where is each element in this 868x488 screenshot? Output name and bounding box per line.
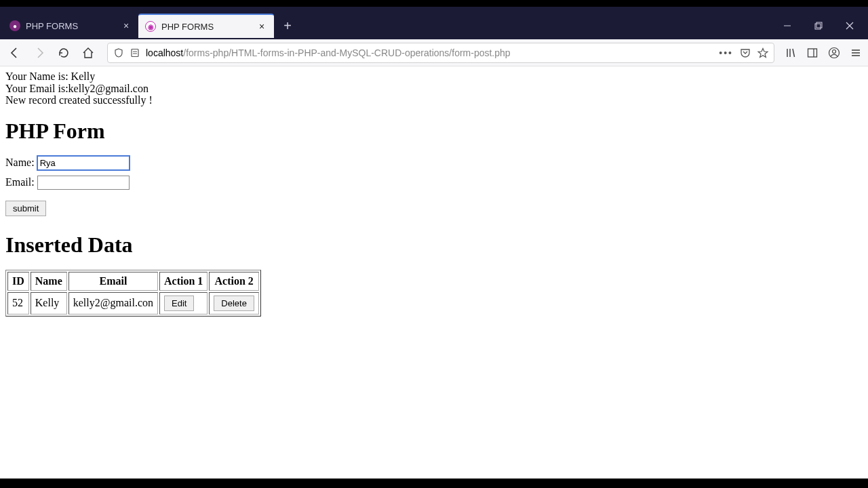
account-icon[interactable] bbox=[827, 46, 841, 60]
table-header-row: ID Name Email Action 1 Action 2 bbox=[7, 272, 259, 291]
name-input[interactable] bbox=[37, 156, 130, 170]
col-email: Email bbox=[68, 272, 158, 291]
status-email-line: Your Email is:kelly2@gmail.con bbox=[5, 83, 863, 95]
cell-action2: Delete bbox=[209, 292, 259, 314]
delete-button[interactable]: Delete bbox=[214, 296, 254, 311]
svg-rect-1 bbox=[815, 24, 821, 29]
email-input[interactable] bbox=[37, 176, 130, 190]
close-window-button[interactable] bbox=[834, 12, 865, 39]
table-row: 52 Kelly kelly2@gmail.con Edit Delete bbox=[7, 292, 259, 314]
back-button[interactable] bbox=[5, 43, 24, 62]
col-name: Name bbox=[31, 272, 67, 291]
address-bar[interactable]: localhost/forms-php/HTML-forms-in-PHP-an… bbox=[107, 43, 774, 63]
pocket-icon[interactable] bbox=[740, 47, 751, 58]
tab-php-forms-1[interactable]: ● PHP FORMS × bbox=[3, 14, 138, 38]
favicon-icon: ◉ bbox=[145, 21, 156, 32]
col-action1: Action 1 bbox=[159, 272, 208, 291]
status-name-line: Your Name is: Kelly bbox=[5, 70, 863, 83]
reload-button[interactable] bbox=[54, 43, 73, 62]
letterbox-bottom bbox=[0, 479, 868, 488]
col-id: ID bbox=[7, 272, 29, 291]
shield-icon bbox=[113, 47, 124, 58]
email-field-row: Email: bbox=[5, 176, 863, 190]
svg-rect-5 bbox=[132, 49, 138, 56]
browser-window: ● PHP FORMS × ◉ PHP FORMS × + bbox=[0, 7, 868, 479]
page-info-icon bbox=[130, 47, 140, 58]
submit-button[interactable]: submit bbox=[5, 201, 46, 216]
svg-line-10 bbox=[793, 49, 795, 57]
menu-icon[interactable] bbox=[849, 46, 863, 60]
inserted-data-table: ID Name Email Action 1 Action 2 52 Kelly… bbox=[5, 270, 261, 317]
table-heading: Inserted Data bbox=[5, 232, 863, 258]
svg-point-14 bbox=[833, 49, 836, 53]
tab-strip: ● PHP FORMS × ◉ PHP FORMS × + bbox=[0, 7, 868, 39]
cell-email: kelly2@gmail.con bbox=[68, 292, 158, 314]
tab-php-forms-2[interactable]: ◉ PHP FORMS × bbox=[138, 14, 274, 38]
cell-action1: Edit bbox=[159, 292, 208, 314]
close-icon[interactable]: × bbox=[121, 20, 132, 31]
library-icon[interactable] bbox=[784, 46, 797, 60]
tab-title: PHP FORMS bbox=[26, 21, 78, 31]
cell-name: Kelly bbox=[31, 292, 67, 314]
bookmark-star-icon[interactable] bbox=[757, 47, 768, 58]
forward-button[interactable] bbox=[30, 43, 49, 62]
name-label: Name: bbox=[5, 157, 37, 168]
maximize-button[interactable] bbox=[803, 12, 834, 39]
status-success-line: New record created successfully ! bbox=[5, 94, 863, 106]
tab-title: PHP FORMS bbox=[161, 22, 214, 32]
new-tab-button[interactable]: + bbox=[278, 16, 297, 35]
edit-button[interactable]: Edit bbox=[164, 296, 194, 311]
toolbar-right bbox=[784, 46, 863, 60]
minimize-button[interactable] bbox=[772, 12, 803, 39]
letterbox-top bbox=[0, 0, 868, 7]
page-content: Your Name is: Kelly Your Email is:kelly2… bbox=[0, 66, 868, 479]
form-heading: PHP Form bbox=[5, 119, 863, 144]
window-controls bbox=[772, 12, 865, 39]
col-action2: Action 2 bbox=[209, 272, 259, 291]
sidebar-icon[interactable] bbox=[806, 46, 819, 60]
email-label: Email: bbox=[5, 176, 37, 188]
name-field-row: Name: bbox=[5, 156, 863, 170]
home-button[interactable] bbox=[79, 43, 98, 62]
toolbar: localhost/forms-php/HTML-forms-in-PHP-an… bbox=[0, 39, 868, 66]
close-icon[interactable]: × bbox=[256, 21, 267, 32]
svg-rect-2 bbox=[816, 22, 822, 28]
url-text: localhost/forms-php/HTML-forms-in-PHP-an… bbox=[146, 47, 511, 58]
cell-id: 52 bbox=[7, 292, 29, 314]
more-actions-icon[interactable]: ••• bbox=[719, 47, 733, 58]
favicon-icon: ● bbox=[9, 20, 20, 31]
svg-rect-11 bbox=[808, 49, 817, 57]
